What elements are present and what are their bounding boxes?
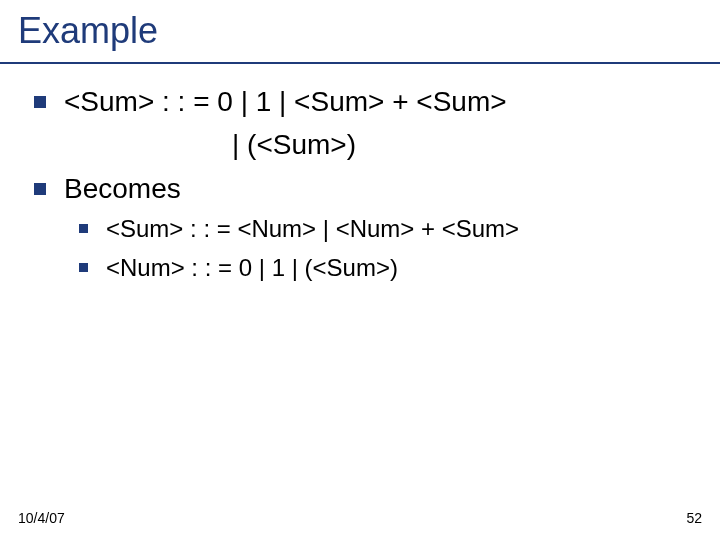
bullet-line-grammar-cont: | (<Sum>) (0, 123, 720, 166)
slide-footer: 10/4/07 52 (18, 510, 702, 526)
bullet-line-grammar: <Sum> : : = 0 | 1 | <Sum> + <Sum> (0, 80, 720, 123)
sub-grammar-2: <Num> : : = 0 | 1 | (<Sum>) (106, 249, 720, 287)
sub-bullet-line-1: <Sum> : : = <Num> | <Num> + <Sum> (0, 210, 720, 248)
bullet-icon (0, 249, 106, 272)
footer-date: 10/4/07 (18, 510, 65, 526)
bullet-icon (0, 210, 106, 233)
bullet-spacer (0, 123, 64, 139)
bullet-icon (0, 80, 64, 108)
slide-content: <Sum> : : = 0 | 1 | <Sum> + <Sum> | (<Su… (0, 80, 720, 287)
bullet-line-becomes: Becomes (0, 167, 720, 210)
grammar-text-cont: | (<Sum>) (64, 123, 720, 166)
title-divider (0, 62, 720, 64)
sub-bullet-line-2: <Num> : : = 0 | 1 | (<Sum>) (0, 249, 720, 287)
bullet-icon (0, 167, 64, 195)
becomes-text: Becomes (64, 167, 720, 210)
grammar-text-main: <Sum> : : = 0 | 1 | <Sum> + <Sum> (64, 80, 720, 123)
footer-page-number: 52 (686, 510, 702, 526)
sub-grammar-1: <Sum> : : = <Num> | <Num> + <Sum> (106, 210, 720, 248)
slide-title: Example (18, 10, 158, 52)
